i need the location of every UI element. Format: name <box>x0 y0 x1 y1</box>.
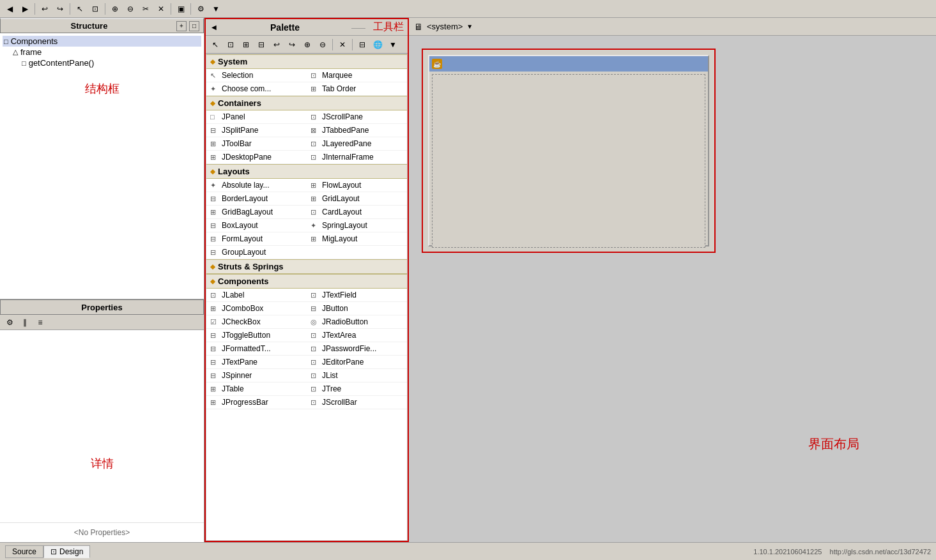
tab-design[interactable]: ⊡ Design <box>43 545 90 558</box>
palette-item-jtoolbar[interactable]: ⊞JToolBar <box>206 137 307 151</box>
palette-item-jscrollpane[interactable]: ⊡JScrollPane <box>307 110 407 124</box>
palette-item-absolute-lay...[interactable]: ✦Absolute lay... <box>206 179 307 192</box>
palette-item-jsplitpane[interactable]: ⊟JSplitPane <box>206 124 307 137</box>
toolbar-btn-dropdown[interactable]: ▼ <box>209 2 223 16</box>
palette-item-jpanel[interactable]: □JPanel <box>206 110 307 124</box>
palette-item-jeditorpane[interactable]: ⊡JEditorPane <box>307 356 407 369</box>
toolbar-btn-add[interactable]: ⊕ <box>108 2 122 16</box>
item-icon: ⊟ <box>210 248 219 257</box>
palette-dash: —— <box>351 24 365 31</box>
palette-item-jprogressbar[interactable]: ⊞JProgressBar <box>206 396 307 409</box>
palette-tb-9[interactable]: ✕ <box>335 38 349 52</box>
design-dropdown-btn[interactable]: ▼ <box>466 23 473 30</box>
toolbar-btn-redo[interactable]: ↪ <box>53 2 67 16</box>
palette-tb-10[interactable]: ⊟ <box>355 38 369 52</box>
palette-tb-drop[interactable]: ▼ <box>386 38 400 52</box>
toolbar-btn-remove[interactable]: ⊖ <box>123 2 137 16</box>
palette-item-jtextfield[interactable]: ⊡JTextField <box>307 289 407 302</box>
props-list-btn[interactable]: ∥ <box>18 315 32 329</box>
section-label: Layouts <box>218 167 250 176</box>
toolbar-btn-fwd[interactable]: ▶ <box>18 2 32 16</box>
palette-item-grouplayout[interactable]: ⊟GroupLayout <box>206 246 307 259</box>
item-icon: ⊡ <box>210 291 219 299</box>
palette-item-jpasswordfie...[interactable]: ⊡JPasswordFie... <box>307 342 407 356</box>
palette-item-jtable[interactable]: ⊞JTable <box>206 382 307 396</box>
palette-scroll-area[interactable]: ◆System↖Selection⊡Marquee✦Choose com...⊞… <box>206 54 408 541</box>
tab-source[interactable]: Source <box>5 545 43 558</box>
item-label: GridBagLayout <box>222 208 273 216</box>
palette-nav-left[interactable]: ◀ <box>210 19 219 35</box>
palette-item-jbutton[interactable]: ⊟JButton <box>307 302 407 315</box>
palette-items-grid-components: ⊡JLabel⊡JTextField⊞JComboBox⊟JButton☑JCh… <box>206 289 407 409</box>
props-settings-btn[interactable]: ⚙ <box>3 315 17 329</box>
toolbar-btn-grid[interactable]: ▣ <box>174 2 188 16</box>
palette-item-jtogglebutton[interactable]: ⊟JToggleButton <box>206 329 307 342</box>
item-icon: ✦ <box>311 222 319 230</box>
structure-add-btn[interactable]: + <box>176 21 187 31</box>
palette-item-jradiobutton[interactable]: ◎JRadioButton <box>307 315 407 329</box>
toolbar-btn-close[interactable]: ✕ <box>154 2 168 16</box>
palette-item-borderlayout[interactable]: ⊟BorderLayout <box>206 192 307 206</box>
palette-tb-7[interactable]: ⊕ <box>300 38 314 52</box>
design-window-icon: ☕ <box>432 59 442 69</box>
design-panel: 🖥 <system> ▼ ☕ 界面布局 <box>409 18 936 542</box>
palette-item-springlayout[interactable]: ✦SpringLayout <box>307 219 407 232</box>
palette-item-boxlayout[interactable]: ⊟BoxLayout <box>206 219 307 232</box>
item-label: GridLayout <box>322 194 360 203</box>
toolbar-btn-cut[interactable]: ✂ <box>139 2 153 16</box>
palette-item-jformattedt...[interactable]: ⊟JFormattedT... <box>206 342 307 356</box>
palette-item-selection[interactable]: ↖Selection <box>206 69 307 82</box>
props-grid-btn[interactable]: ≡ <box>33 315 47 329</box>
palette-item-jlayeredpane[interactable]: ⊡JLayeredPane <box>307 137 407 151</box>
palette-item-jtabbedpane[interactable]: ⊠JTabbedPane <box>307 124 407 137</box>
palette-item-jtextarea[interactable]: ⊡JTextArea <box>307 329 407 342</box>
palette-tb-2[interactable]: ⊡ <box>224 38 238 52</box>
tree-item-components[interactable]: □ Components <box>3 36 201 47</box>
palette-item-flowlayout[interactable]: ⊞FlowLayout <box>307 179 407 192</box>
palette-item-marquee[interactable]: ⊡Marquee <box>307 69 407 82</box>
properties-panel-title: Properties <box>4 303 199 312</box>
design-window-content[interactable] <box>432 74 705 248</box>
toolbar-btn-marquee[interactable]: ⊡ <box>88 2 102 16</box>
palette-item-jdesktoppane[interactable]: ⊞JDesktopPane <box>206 151 307 164</box>
palette-item-jlabel[interactable]: ⊡JLabel <box>206 289 307 302</box>
palette-item-choose-com...[interactable]: ✦Choose com... <box>206 82 307 96</box>
palette-item-cardlayout[interactable]: ⊡CardLayout <box>307 206 407 219</box>
palette-tb-1[interactable]: ↖ <box>208 38 222 52</box>
toolbar-btn-settings[interactable]: ⚙ <box>194 2 208 16</box>
palette-item-formlayout[interactable]: ⊟FormLayout <box>206 232 307 246</box>
palette-item-jscrollbar[interactable]: ⊡JScrollBar <box>307 396 407 409</box>
item-icon: ⊠ <box>311 126 319 135</box>
palette-item-gridbaglayout[interactable]: ⊞GridBagLayout <box>206 206 307 219</box>
properties-toolbar: ⚙ ∥ ≡ <box>0 315 204 330</box>
palette-item-jinternalframe[interactable]: ⊡JInternalFrame <box>307 151 407 164</box>
palette-item-jcheckbox[interactable]: ☑JCheckBox <box>206 315 307 329</box>
palette-item-jtree[interactable]: ⊡JTree <box>307 382 407 396</box>
item-label: CardLayout <box>322 208 362 216</box>
palette-item-jspinner[interactable]: ⊟JSpinner <box>206 369 307 382</box>
tab-source-label: Source <box>12 547 36 556</box>
tree-item-contentpane[interactable]: □ getContentPane() <box>20 57 201 68</box>
palette-item-tab-order[interactable]: ⊞Tab Order <box>307 82 407 96</box>
palette-item-miglayout[interactable]: ⊞MigLayout <box>307 232 407 246</box>
palette-item-jtextpane[interactable]: ⊟JTextPane <box>206 356 307 369</box>
palette-tb-8[interactable]: ⊖ <box>316 38 330 52</box>
palette-tb-4[interactable]: ⊟ <box>254 38 268 52</box>
palette-item-gridlayout[interactable]: ⊞GridLayout <box>307 192 407 206</box>
toolbar-btn-undo[interactable]: ↩ <box>38 2 52 16</box>
palette-item-jlist[interactable]: ⊡JList <box>307 369 407 382</box>
palette-item-jcombobox[interactable]: ⊞JComboBox <box>206 302 307 315</box>
palette-tb-6[interactable]: ↪ <box>285 38 299 52</box>
tree-item-frame[interactable]: △ frame <box>12 47 201 57</box>
item-label: JComboBox <box>222 304 263 313</box>
item-icon: ↖ <box>210 72 219 80</box>
palette-tb-5[interactable]: ↩ <box>270 38 284 52</box>
palette-tb-3[interactable]: ⊞ <box>239 38 253 52</box>
item-label: MigLayout <box>322 234 357 243</box>
section-icon: ◆ <box>210 58 215 65</box>
structure-expand-btn[interactable]: □ <box>189 21 199 31</box>
palette-tb-globe[interactable]: 🌐 <box>371 38 385 52</box>
toolbar-btn-select[interactable]: ↖ <box>73 2 87 16</box>
item-label: JScrollPane <box>322 112 363 121</box>
toolbar-btn-back[interactable]: ◀ <box>3 2 17 16</box>
